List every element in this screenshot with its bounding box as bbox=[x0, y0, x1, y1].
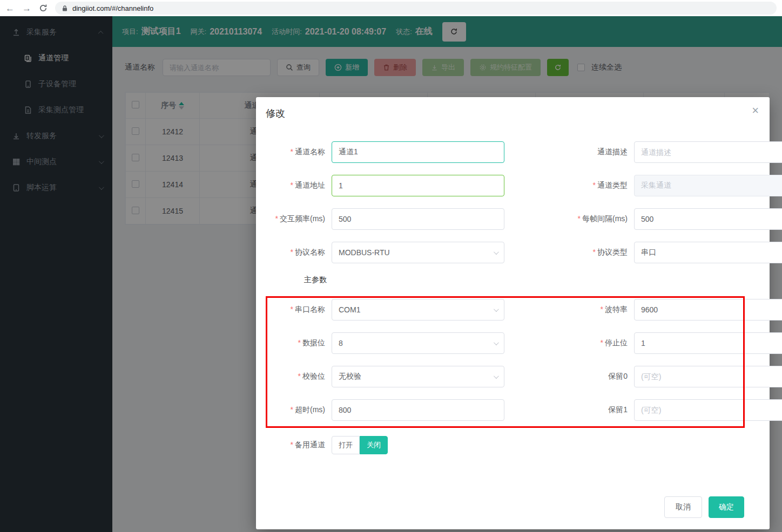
field-label-protocol-name: 协议名称 bbox=[295, 248, 325, 256]
field-label-protocol-type: 协议类型 bbox=[597, 248, 628, 256]
stop-bits-select[interactable]: 1 bbox=[634, 332, 782, 354]
url-text: dingiiot.com/#/channelinfo bbox=[72, 4, 153, 12]
field-label-channel-name: 通道名称 bbox=[295, 147, 325, 156]
serial-name-select[interactable]: COM1 bbox=[332, 299, 504, 320]
field-label-baud-rate: 波特率 bbox=[605, 305, 628, 313]
backup-channel-open-option[interactable]: 打开 bbox=[332, 436, 360, 454]
baud-rate-select[interactable]: 9600 bbox=[634, 299, 782, 320]
browser-chrome: ← → dingiiot.com/#/channelinfo bbox=[0, 0, 782, 16]
required-mark: * bbox=[601, 338, 603, 347]
chevron-down-icon bbox=[494, 306, 499, 312]
field-label-parity: 校验位 bbox=[302, 372, 325, 380]
required-mark: * bbox=[578, 214, 581, 223]
main-params-section-label: 主参数 bbox=[304, 275, 770, 286]
data-bits-select[interactable]: 8 bbox=[332, 332, 504, 354]
edit-channel-modal: 修改 × *通道名称 通道描述 *通道地址 *通道类型 采集通道 *交互 bbox=[256, 97, 770, 529]
required-mark: * bbox=[593, 248, 596, 256]
timeout-input[interactable] bbox=[332, 399, 504, 421]
required-mark: * bbox=[291, 147, 293, 156]
channel-desc-input[interactable] bbox=[634, 141, 782, 163]
confirm-button[interactable]: 确定 bbox=[709, 496, 744, 518]
parity-select[interactable]: 无校验 bbox=[332, 366, 504, 387]
modal-title: 修改 bbox=[266, 107, 285, 120]
channel-addr-input[interactable] bbox=[332, 175, 504, 196]
chevron-down-icon bbox=[494, 373, 499, 379]
back-icon[interactable]: ← bbox=[5, 4, 15, 13]
channel-name-input[interactable] bbox=[332, 141, 504, 163]
lock-icon bbox=[62, 5, 68, 12]
channel-type-select[interactable]: 采集通道 bbox=[634, 175, 782, 196]
reserve1-input[interactable] bbox=[634, 399, 782, 421]
required-mark: * bbox=[291, 181, 293, 189]
required-mark: * bbox=[298, 338, 301, 347]
field-label-backup-channel: 备用通道 bbox=[295, 440, 325, 449]
modal-footer: 取消 确定 bbox=[664, 496, 744, 518]
field-label-interact-freq: 交互频率(ms) bbox=[280, 214, 325, 223]
app-root: 采集服务 通道管理 子设备管理 采集测点管理 转发服务 bbox=[0, 16, 782, 532]
required-mark: * bbox=[593, 181, 596, 189]
forward-icon[interactable]: → bbox=[22, 4, 31, 13]
field-label-channel-desc: 通道描述 bbox=[597, 147, 628, 156]
field-label-stop-bits: 停止位 bbox=[605, 338, 628, 347]
required-mark: * bbox=[298, 372, 301, 380]
reserve0-input[interactable] bbox=[634, 366, 782, 387]
protocol-type-select[interactable]: 串口 bbox=[634, 242, 782, 263]
chevron-down-icon bbox=[494, 249, 499, 255]
required-mark: * bbox=[291, 248, 293, 256]
backup-channel-close-option[interactable]: 关闭 bbox=[360, 436, 388, 454]
chevron-down-icon bbox=[494, 340, 499, 345]
field-label-reserve1: 保留1 bbox=[608, 405, 628, 414]
required-mark: * bbox=[275, 214, 278, 223]
close-icon[interactable]: × bbox=[752, 105, 759, 117]
required-mark: * bbox=[291, 305, 293, 313]
protocol-name-select[interactable]: MODBUS-RTU bbox=[332, 242, 504, 263]
interact-freq-input[interactable] bbox=[332, 208, 504, 230]
required-mark: * bbox=[601, 305, 603, 313]
field-label-channel-addr: 通道地址 bbox=[295, 181, 325, 189]
frame-interval-input[interactable] bbox=[634, 208, 782, 230]
field-label-reserve0: 保留0 bbox=[608, 372, 628, 380]
required-mark: * bbox=[291, 405, 293, 414]
field-label-channel-type: 通道类型 bbox=[597, 181, 628, 189]
field-label-frame-interval: 每帧间隔(ms) bbox=[582, 214, 628, 223]
cancel-button[interactable]: 取消 bbox=[664, 496, 702, 518]
field-label-serial-name: 串口名称 bbox=[295, 305, 325, 313]
reload-icon[interactable] bbox=[39, 4, 48, 12]
field-label-timeout: 超时(ms) bbox=[295, 405, 325, 414]
modal-form: *通道名称 通道描述 *通道地址 *通道类型 采集通道 *交互频率(ms) *每… bbox=[256, 141, 770, 466]
field-label-data-bits: 数据位 bbox=[302, 338, 325, 347]
required-mark: * bbox=[291, 440, 293, 449]
address-bar[interactable]: dingiiot.com/#/channelinfo bbox=[55, 2, 777, 15]
